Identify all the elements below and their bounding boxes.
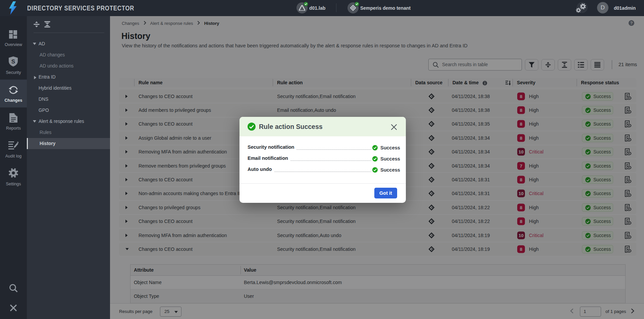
svg-text:S: S <box>11 58 15 65</box>
